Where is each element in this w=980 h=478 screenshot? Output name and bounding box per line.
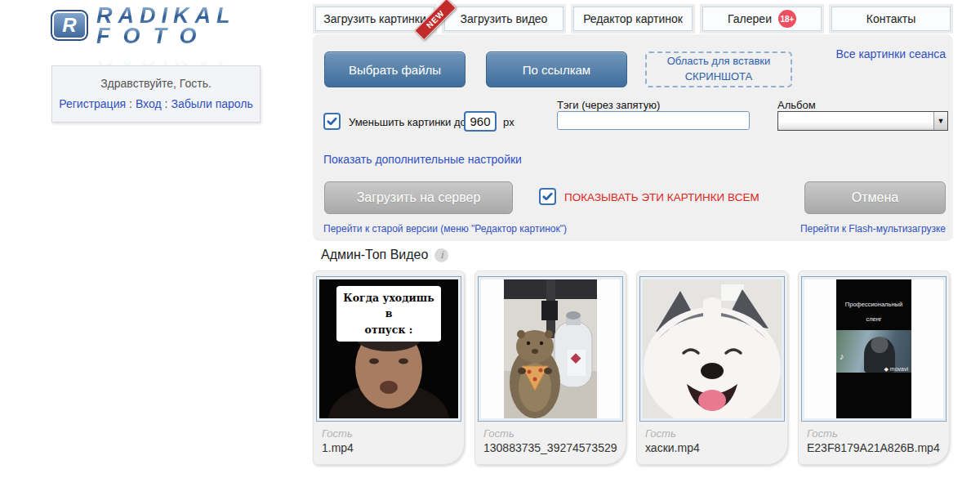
resize-checkbox[interactable] <box>323 113 341 130</box>
album-label: Альбом <box>777 99 816 111</box>
upload-to-server-button[interactable]: Загрузить на сервер <box>324 181 513 214</box>
tab-image-editor[interactable]: Редактор картинок <box>571 4 695 34</box>
thumbnail-art-meme: Когда уходишь в отпуск : <box>319 279 458 418</box>
greeting-text: Здравствуйте, Гость. <box>52 77 260 90</box>
screenshot-paste-area[interactable]: Область для вставки СКРИНШОТА <box>645 51 792 87</box>
video-thumbnail[interactable]: Профессиональный сленг машиниста теплово… <box>801 276 947 422</box>
card-footer: Гость 130883735_39274573529463 <box>475 422 626 454</box>
tags-label: Тэги (через запятую) <box>557 99 660 111</box>
card-footer: Гость E23F8179A21A826B.mp4 <box>799 422 949 454</box>
video-filename: E23F8179A21A826B.mp4 <box>807 441 941 454</box>
auth-links: Регистрация:Вход:Забыли пароль <box>52 97 260 110</box>
thumbnail-art-groundhog <box>504 279 597 418</box>
card-footer: Гость 1.mp4 <box>314 422 464 454</box>
video-cards: Когда уходишь в отпуск : Гость 1.mp4 <box>313 270 953 465</box>
video-card: Когда уходишь в отпуск : Гость 1.mp4 <box>313 270 465 465</box>
session-images-link[interactable]: Все картинки сеанса <box>835 47 946 60</box>
section-heading-row: Админ-Топ Видео i <box>313 248 953 262</box>
register-link[interactable]: Регистрация <box>59 97 126 110</box>
owner-label: Гость <box>645 427 779 440</box>
resize-unit: px <box>503 116 514 128</box>
album-selected-value <box>778 112 933 130</box>
check-icon <box>541 190 554 203</box>
video-filename: 130883735_39274573529463 <box>483 441 617 454</box>
logo-text: RADIKAL FOTO <box>96 5 236 47</box>
admin-top-videos-section: Админ-Топ Видео i <box>313 248 953 465</box>
thumbnail-art-husky <box>643 279 782 418</box>
video-filename: 1.mp4 <box>322 441 456 454</box>
owner-label: Гость <box>483 427 617 440</box>
thumbnail-art-tiktok: Профессиональный сленг машиниста теплово… <box>836 279 911 418</box>
video-filename: хаски.mp4 <box>645 441 779 454</box>
site-logo[interactable]: R RADIKAL FOTO RADIKAL <box>51 5 263 59</box>
logo-line2: FOTO <box>96 25 236 47</box>
page: R RADIKAL FOTO RADIKAL Здравствуйте, Гос… <box>0 0 980 478</box>
section-title: Админ-Топ Видео <box>321 248 428 262</box>
dropdown-arrow-icon: ▼ <box>933 112 947 130</box>
upload-panel: Выбрать файлы По ссылкам Область для вст… <box>313 34 953 241</box>
tab-upload-video[interactable]: Загрузить видео <box>442 4 566 34</box>
owner-label: Гость <box>807 427 941 440</box>
more-settings-link[interactable]: Показать дополнительные настройки <box>323 153 522 166</box>
login-link[interactable]: Вход <box>136 97 162 110</box>
card-footer: Гость хаски.mp4 <box>637 422 787 454</box>
show-to-all-checkbox[interactable] <box>539 188 556 205</box>
movavi-watermark: ◆ movavi <box>884 366 908 373</box>
album-select[interactable]: ▼ <box>777 111 948 131</box>
tiktok-note-icon: ♪ <box>840 351 844 361</box>
tab-galleries[interactable]: Галереи 18+ <box>700 4 824 34</box>
by-links-button[interactable]: По ссылкам <box>486 51 627 87</box>
select-files-button[interactable]: Выбрать файлы <box>324 51 466 87</box>
cancel-button[interactable]: Отмена <box>804 181 946 214</box>
user-box: Здравствуйте, Гость. Регистрация:Вход:За… <box>51 65 261 123</box>
meme-caption: Когда уходишь в отпуск : <box>336 286 441 342</box>
video-card: Гость 130883735_39274573529463 <box>474 270 626 465</box>
adult-badge: 18+ <box>778 10 796 28</box>
top-nav: Загрузить картинки Загрузить видео Редак… <box>313 4 953 34</box>
resize-label: Уменьшить картинки до <box>349 116 466 128</box>
logo-r-icon: R <box>51 10 88 41</box>
old-version-link[interactable]: Перейти к старой версии (меню "Редактор … <box>323 223 567 235</box>
video-thumbnail[interactable]: Когда уходишь в отпуск : <box>316 276 461 422</box>
flash-upload-link[interactable]: Перейти к Flash-мультизагрузке <box>800 223 946 235</box>
video-card: Профессиональный сленг машиниста теплово… <box>798 270 950 465</box>
forgot-password-link[interactable]: Забыли пароль <box>172 97 253 110</box>
video-thumbnail[interactable] <box>639 276 785 422</box>
tab-contacts[interactable]: Контакты <box>829 4 953 34</box>
check-icon <box>326 115 338 127</box>
video-card: Гость хаски.mp4 <box>636 270 788 465</box>
info-icon[interactable]: i <box>434 248 448 262</box>
tags-input[interactable] <box>557 111 750 130</box>
separator: : <box>165 97 168 110</box>
video-thumbnail[interactable] <box>478 276 623 422</box>
owner-label: Гость <box>322 427 456 440</box>
resize-value-input[interactable] <box>464 111 497 132</box>
separator: : <box>129 97 132 110</box>
show-to-all-label: ПОКАЗЫВАТЬ ЭТИ КАРТИНКИ ВСЕМ <box>564 191 760 203</box>
